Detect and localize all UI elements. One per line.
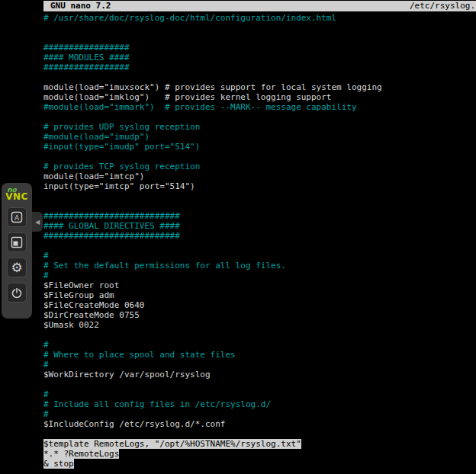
terminal-line: # /usr/share/doc/rsyslog-doc/html/config… bbox=[43, 13, 476, 23]
terminal-line bbox=[43, 380, 476, 389]
terminal-line: module(load="imuxsock") # provides suppo… bbox=[43, 82, 476, 92]
clipboard-icon: A bbox=[10, 210, 24, 224]
terminal-line bbox=[43, 152, 476, 162]
terminal-line: # provides UDP syslog reception bbox=[43, 122, 476, 132]
terminal-line: $IncludeConfig /etc/rsyslog.d/*.conf bbox=[43, 419, 476, 429]
panel-collapse-handle[interactable]: ◀ bbox=[32, 212, 43, 232]
fullscreen-button[interactable] bbox=[7, 232, 27, 252]
chevron-left-icon: ◀ bbox=[35, 219, 40, 226]
terminal-line bbox=[43, 330, 476, 340]
terminal-line: # Where to place spool and state files bbox=[43, 350, 476, 360]
power-button[interactable] bbox=[7, 283, 27, 303]
terminal-line: $DirCreateMode 0755 bbox=[43, 310, 476, 320]
terminal-line bbox=[43, 23, 476, 33]
terminal-line: & stop bbox=[43, 459, 476, 469]
terminal-line bbox=[43, 191, 476, 201]
terminal-line bbox=[43, 33, 476, 43]
gear-icon: ⚙ bbox=[11, 261, 22, 274]
novnc-control-bar: no VNC A ⚙ bbox=[2, 183, 32, 319]
terminal-line: ################# bbox=[43, 62, 476, 72]
terminal-line bbox=[43, 112, 476, 122]
terminal-line: # Set the default permissions for all lo… bbox=[43, 261, 476, 271]
svg-text:A: A bbox=[14, 214, 20, 222]
terminal-line: input(type="imtcp" port="514") bbox=[43, 181, 476, 191]
file-content: # /usr/share/doc/rsyslog-doc/html/config… bbox=[43, 13, 476, 469]
terminal-line: module(load="imtcp") bbox=[43, 171, 476, 181]
terminal-line: # bbox=[43, 340, 476, 350]
novnc-logo-vnc: VNC bbox=[5, 194, 28, 200]
terminal-line: ########################### bbox=[43, 211, 476, 221]
terminal-line: $FileOwner root bbox=[43, 280, 476, 290]
terminal-line: $Umask 0022 bbox=[43, 320, 476, 330]
settings-button[interactable]: ⚙ bbox=[7, 258, 27, 277]
terminal-line: # bbox=[43, 271, 476, 280]
terminal-line: # bbox=[43, 389, 476, 399]
terminal-line: ################# bbox=[43, 43, 476, 53]
terminal-line: #module(load="immark") # provides --MARK… bbox=[43, 102, 476, 112]
power-icon bbox=[10, 286, 24, 299]
terminal-line: *.* ?RemoteLogs bbox=[43, 449, 476, 459]
terminal-line bbox=[43, 429, 476, 439]
terminal-line: # bbox=[43, 409, 476, 419]
terminal-line: #### GLOBAL DIRECTIVES #### bbox=[43, 221, 476, 231]
terminal-line: # Include all config files in /etc/rsysl… bbox=[43, 399, 476, 409]
terminal-line bbox=[43, 241, 476, 251]
terminal-line: #module(load="imudp") bbox=[43, 132, 476, 142]
terminal-line: $FileCreateMode 0640 bbox=[43, 300, 476, 310]
clipboard-button[interactable]: A bbox=[7, 207, 27, 227]
terminal-line: $WorkDirectory /var/spool/rsyslog bbox=[43, 370, 476, 380]
fullscreen-icon bbox=[10, 235, 24, 249]
terminal-line: # bbox=[43, 251, 476, 261]
terminal-line bbox=[43, 201, 476, 211]
terminal-line: module(load="imklog") # provides kernel … bbox=[43, 92, 476, 102]
nano-version: GNU nano 7.2 bbox=[50, 1, 111, 11]
terminal-line: # bbox=[43, 360, 476, 370]
terminal-line: # provides TCP syslog reception bbox=[43, 162, 476, 171]
nano-titlebar: GNU nano 7.2 /etc/rsyslog. bbox=[43, 1, 476, 11]
terminal-line: ########################### bbox=[43, 231, 476, 241]
terminal-line: $template RemoteLogs, "/opt/%HOSTNAME%/r… bbox=[43, 439, 476, 449]
terminal-window[interactable]: GNU nano 7.2 /etc/rsyslog. # /usr/share/… bbox=[43, 0, 476, 474]
novnc-logo: no VNC bbox=[5, 187, 28, 200]
terminal-line bbox=[43, 72, 476, 82]
terminal-line: $FileGroup adm bbox=[43, 290, 476, 300]
terminal-line: #input(type="imudp" port="514") bbox=[43, 142, 476, 152]
terminal-line: #### MODULES #### bbox=[43, 53, 476, 62]
nano-filename: /etc/rsyslog. bbox=[410, 1, 475, 11]
